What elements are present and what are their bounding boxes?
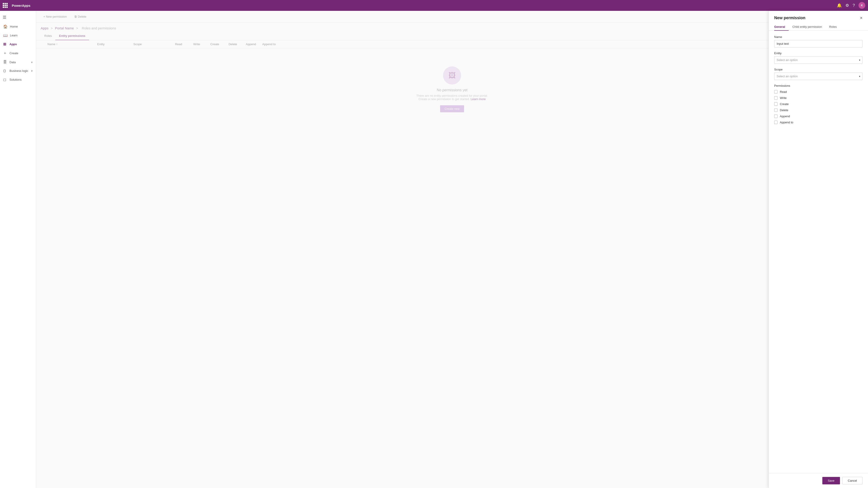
sidebar-item-home[interactable]: 🏠 Home <box>0 22 36 31</box>
permissions-label: Permissions <box>774 84 863 88</box>
home-icon: 🏠 <box>3 24 8 29</box>
entity-select-wrapper: Select an option ▾ <box>774 56 863 64</box>
permission-append: Append <box>774 115 863 118</box>
tab-roles[interactable]: Roles <box>41 32 55 40</box>
create-checkbox[interactable] <box>774 102 778 106</box>
business-logic-icon: ⟨⟩ <box>3 69 7 73</box>
panel-body: Name Entity Select an option ▾ Scope Sel… <box>769 31 868 473</box>
panel-tab-child-entity[interactable]: Child entity permission <box>789 23 826 31</box>
panel-header: New permission × <box>769 11 868 21</box>
read-label: Read <box>780 90 787 94</box>
read-checkbox[interactable] <box>774 90 778 94</box>
sidebar-item-apps[interactable]: ⊞ Apps <box>0 40 36 48</box>
data-expand-icon: ∨ <box>31 61 33 64</box>
new-permission-button[interactable]: + New permission <box>41 13 70 20</box>
col-scope-header: Scope <box>133 42 169 46</box>
breadcrumb-separator2: > <box>76 26 78 30</box>
create-label: Create <box>780 102 789 106</box>
breadcrumb-apps[interactable]: Apps <box>41 26 49 30</box>
permission-append-to: Append to <box>774 121 863 124</box>
breadcrumb-page: Roles and permissions <box>82 26 116 30</box>
sidebar-item-solutions[interactable]: ◻ Solutions <box>0 75 36 84</box>
create-new-button[interactable]: Create new <box>440 105 464 112</box>
write-label: Write <box>780 96 786 100</box>
append-label: Append <box>780 115 790 118</box>
sidebar-label-home: Home <box>10 25 18 28</box>
cancel-button[interactable]: Cancel <box>842 477 863 484</box>
entity-select[interactable]: Select an option <box>774 56 863 64</box>
sidebar-item-create[interactable]: ＋ Create <box>0 48 36 58</box>
topbar-grid: PowerApps <box>3 3 31 8</box>
toolbar: + New permission 🗑 Delete <box>36 11 868 23</box>
new-permission-panel: New permission × General Child entity pe… <box>769 11 868 488</box>
app-title: PowerApps <box>12 4 31 7</box>
tab-entity-permissions[interactable]: Entity permissions <box>55 32 89 40</box>
solutions-icon: ◻ <box>3 77 7 82</box>
sidebar-label-create: Create <box>9 52 18 55</box>
append-to-label: Append to <box>780 121 793 124</box>
breadcrumb: Apps > Portal Name > Roles and permissio… <box>36 23 868 32</box>
sidebar: ☰ 🏠 Home 📖 Learn ⊞ Apps ＋ Create 🗄 Data … <box>0 11 36 488</box>
waffle-icon[interactable] <box>3 3 8 8</box>
delete-label: Delete <box>780 108 788 112</box>
data-icon: 🗄 <box>3 60 7 64</box>
main-content: + New permission 🗑 Delete Apps > Portal … <box>36 11 868 488</box>
panel-tabs: General Child entity permission Roles <box>769 21 868 31</box>
sidebar-collapse-button[interactable]: ☰ <box>0 13 36 22</box>
sidebar-label-business-logic: Business logic <box>9 69 28 72</box>
sidebar-label-solutions: Solutions <box>9 78 22 81</box>
delete-checkbox[interactable] <box>774 108 778 112</box>
help-icon[interactable]: ? <box>852 3 855 8</box>
col-append-to-header: Append to <box>260 42 278 46</box>
topbar: PowerApps 🔔 ⚙ ? K <box>0 0 868 11</box>
panel-close-button[interactable]: × <box>860 15 863 21</box>
sidebar-item-data[interactable]: 🗄 Data ∨ <box>0 58 36 66</box>
delete-button[interactable]: 🗑 Delete <box>71 13 89 20</box>
apps-icon: ⊞ <box>3 42 7 46</box>
panel-tab-general[interactable]: General <box>774 23 789 31</box>
scope-field-group: Scope Select an option ▾ <box>774 68 863 80</box>
permission-write: Write <box>774 96 863 100</box>
sidebar-label-apps: Apps <box>9 42 17 46</box>
name-field-group: Name <box>774 35 863 47</box>
settings-icon[interactable]: ⚙ <box>845 3 849 8</box>
name-input[interactable] <box>774 40 863 47</box>
write-checkbox[interactable] <box>774 96 778 100</box>
empty-state: 🖼 No permissions yet There are no entity… <box>36 48 868 130</box>
scope-select[interactable]: Select an option <box>774 72 863 80</box>
sidebar-label-learn: Learn <box>10 34 18 37</box>
learn-icon: 📖 <box>3 33 8 37</box>
col-delete-header: Delete <box>224 42 242 46</box>
col-name-header: Name ↑ <box>48 42 97 46</box>
sidebar-item-business-logic[interactable]: ⟨⟩ Business logic ∨ <box>0 66 36 75</box>
sidebar-item-learn[interactable]: 📖 Learn <box>0 31 36 40</box>
empty-state-icon: 🖼 <box>443 66 461 85</box>
panel-title: New permission <box>774 15 805 20</box>
entity-field-group: Entity Select an option ▾ <box>774 52 863 64</box>
notification-icon[interactable]: 🔔 <box>837 3 842 8</box>
table-header: Name ↑ Entity Scope Read Write Create De… <box>36 40 868 48</box>
col-append-header: Append <box>242 42 260 46</box>
breadcrumb-portal[interactable]: Portal Name <box>55 26 74 30</box>
save-button[interactable]: Save <box>822 477 840 484</box>
col-write-header: Write <box>188 42 206 46</box>
permission-create: Create <box>774 102 863 106</box>
entity-field-label: Entity <box>774 52 863 55</box>
col-read-header: Read <box>169 42 188 46</box>
permission-read: Read <box>774 90 863 94</box>
scope-field-label: Scope <box>774 68 863 71</box>
append-to-checkbox[interactable] <box>774 121 778 124</box>
append-checkbox[interactable] <box>774 115 778 118</box>
panel-tab-roles[interactable]: Roles <box>826 23 840 31</box>
scope-select-wrapper: Select an option ▾ <box>774 72 863 80</box>
col-entity-header: Entity <box>97 42 133 46</box>
avatar[interactable]: K <box>859 2 865 9</box>
sidebar-label-data: Data <box>9 61 16 64</box>
learn-more-link[interactable]: Learn more <box>471 97 486 101</box>
create-icon: ＋ <box>3 51 7 56</box>
permissions-section: Permissions Read Write Create Delete App… <box>774 84 863 124</box>
empty-state-description: There are no entity permissions created … <box>416 94 488 101</box>
business-logic-expand-icon: ∨ <box>31 69 33 72</box>
breadcrumb-separator1: > <box>51 26 53 30</box>
empty-desc-text1: There are no entity permissions created … <box>416 94 488 97</box>
